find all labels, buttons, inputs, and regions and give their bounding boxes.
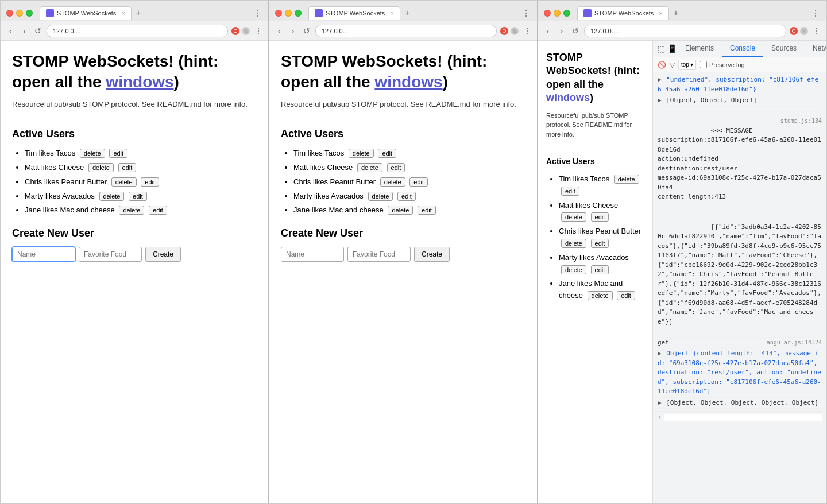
expand-icon[interactable]: ▶ xyxy=(658,399,662,406)
opera-icon-2[interactable]: O xyxy=(500,27,508,35)
minimize-button-1[interactable] xyxy=(16,10,23,17)
back-btn-1[interactable]: ‹ xyxy=(5,26,16,36)
maximize-button-1[interactable] xyxy=(26,10,33,17)
tab-sources[interactable]: Sources xyxy=(763,41,805,57)
list-item: Marty likes Avacados delete edit xyxy=(559,252,644,276)
back-btn-2[interactable]: ‹ xyxy=(274,26,284,36)
edit-btn[interactable]: edit xyxy=(418,206,436,215)
clear-console-icon[interactable]: 🚫 xyxy=(658,61,666,69)
maximize-button-3[interactable] xyxy=(563,10,570,17)
edit-btn[interactable]: edit xyxy=(118,163,137,172)
edit-btn[interactable]: edit xyxy=(109,149,127,158)
new-tab-btn-3[interactable]: + xyxy=(669,6,683,20)
name-input-1[interactable] xyxy=(12,247,75,262)
more-addr-btn-3[interactable]: ⋮ xyxy=(811,26,822,36)
console-prompt-icon: › xyxy=(658,413,662,421)
delete-btn[interactable]: delete xyxy=(119,206,144,215)
context-selector[interactable]: top ▾ xyxy=(678,60,696,70)
tab-title-2: STOMP WebSockets xyxy=(326,10,388,17)
food-input-1[interactable] xyxy=(79,247,142,262)
more-btn-3[interactable]: ⋮ xyxy=(810,9,821,18)
device-icon[interactable]: 📱 xyxy=(667,44,677,53)
tab-1[interactable]: STOMP WebSockets × xyxy=(40,6,132,20)
address-input-2[interactable] xyxy=(315,25,497,37)
inspect-icon[interactable]: ⬚ xyxy=(658,44,665,53)
console-input[interactable] xyxy=(664,414,822,421)
create-btn-2[interactable]: Create xyxy=(414,247,450,262)
ext-icon-3[interactable]: 🐘 xyxy=(800,27,808,35)
close-button-1[interactable] xyxy=(6,10,13,17)
delete-btn[interactable]: delete xyxy=(561,239,586,248)
delete-btn[interactable]: delete xyxy=(614,175,639,184)
delete-btn[interactable]: delete xyxy=(588,291,613,300)
new-tab-btn-2[interactable]: + xyxy=(400,6,414,20)
delete-btn[interactable]: delete xyxy=(349,149,374,158)
edit-btn[interactable]: edit xyxy=(409,177,428,187)
forward-btn-3[interactable]: › xyxy=(557,26,567,36)
close-button-2[interactable] xyxy=(275,10,282,17)
reload-btn-2[interactable]: ↺ xyxy=(302,26,312,36)
tab-close-1[interactable]: × xyxy=(122,10,125,17)
delete-btn[interactable]: delete xyxy=(388,206,413,215)
edit-btn[interactable]: edit xyxy=(591,212,609,222)
tab-elements[interactable]: Elements xyxy=(677,41,722,57)
minimize-button-3[interactable] xyxy=(554,10,561,17)
filter-icon[interactable]: ▽ xyxy=(670,61,675,69)
edit-btn[interactable]: edit xyxy=(387,163,405,172)
more-btn-1[interactable]: ⋮ xyxy=(252,9,262,18)
edit-btn[interactable]: edit xyxy=(378,149,396,158)
edit-btn[interactable]: edit xyxy=(591,265,609,274)
tab-console[interactable]: Console xyxy=(722,41,763,57)
minimize-button-2[interactable] xyxy=(285,10,292,17)
ext-icon-2[interactable]: 🐘 xyxy=(511,27,519,35)
edit-btn[interactable]: edit xyxy=(591,239,609,248)
page-title-link-3[interactable]: windows xyxy=(546,92,590,103)
edit-btn[interactable]: edit xyxy=(129,192,147,201)
forward-btn-1[interactable]: › xyxy=(19,26,29,36)
tab-3[interactable]: STOMP WebSockets × xyxy=(577,6,669,20)
delete-btn[interactable]: delete xyxy=(99,192,125,201)
opera-icon-1[interactable]: O xyxy=(231,27,239,35)
more-addr-btn-1[interactable]: ⋮ xyxy=(253,26,264,36)
name-input-2[interactable] xyxy=(281,247,344,262)
back-btn-3[interactable]: ‹ xyxy=(543,26,553,36)
close-button-3[interactable] xyxy=(544,10,551,17)
tab-close-2[interactable]: × xyxy=(391,10,394,17)
address-icons-1: O 🐘 xyxy=(231,27,250,35)
delete-btn[interactable]: delete xyxy=(80,149,105,158)
address-input-1[interactable] xyxy=(47,25,228,37)
edit-btn[interactable]: edit xyxy=(141,177,159,187)
tab-network[interactable]: Network xyxy=(805,41,826,57)
more-btn-2[interactable]: ⋮ xyxy=(521,9,531,18)
expand-icon[interactable]: ▶ xyxy=(658,76,662,83)
maximize-button-2[interactable] xyxy=(295,10,302,17)
delete-btn[interactable]: delete xyxy=(357,163,382,172)
tab-2[interactable]: STOMP WebSockets × xyxy=(308,6,400,20)
forward-btn-2[interactable]: › xyxy=(288,26,298,36)
reload-btn-3[interactable]: ↺ xyxy=(570,26,581,36)
opera-icon-3[interactable]: O xyxy=(790,27,798,35)
new-tab-btn-1[interactable]: + xyxy=(132,6,145,20)
address-input-3[interactable] xyxy=(584,25,786,37)
delete-btn[interactable]: delete xyxy=(561,212,586,222)
delete-btn[interactable]: delete xyxy=(561,265,586,274)
expand-icon[interactable]: ▶ xyxy=(658,350,662,357)
edit-btn[interactable]: edit xyxy=(149,206,167,215)
create-btn-1[interactable]: Create xyxy=(145,247,181,262)
delete-btn[interactable]: delete xyxy=(368,192,393,201)
delete-btn[interactable]: delete xyxy=(111,177,137,187)
edit-btn[interactable]: edit xyxy=(561,187,579,196)
ext-icon-1[interactable]: 🐘 xyxy=(242,27,250,35)
food-input-2[interactable] xyxy=(347,247,411,262)
more-addr-btn-2[interactable]: ⋮ xyxy=(522,26,532,36)
page-title-link-2[interactable]: windows xyxy=(374,73,442,91)
delete-btn[interactable]: delete xyxy=(88,163,114,172)
reload-btn-1[interactable]: ↺ xyxy=(33,26,43,36)
tab-close-3[interactable]: × xyxy=(659,10,663,17)
edit-btn[interactable]: edit xyxy=(617,291,635,300)
edit-btn[interactable]: edit xyxy=(397,192,416,201)
delete-btn[interactable]: delete xyxy=(380,177,405,187)
page-title-link-1[interactable]: windows xyxy=(106,73,173,91)
preserve-log-checkbox[interactable] xyxy=(700,61,707,68)
expand-icon[interactable]: ▶ xyxy=(658,96,662,104)
